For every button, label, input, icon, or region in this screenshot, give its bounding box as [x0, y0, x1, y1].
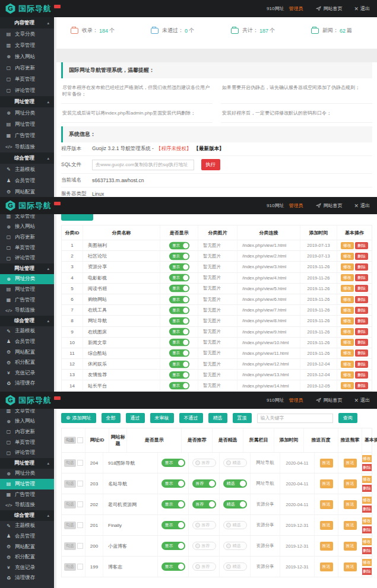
delete-button[interactable]: 删除 — [355, 382, 368, 389]
delete-button[interactable]: 删除 — [355, 339, 368, 346]
delete-button[interactable]: 删除 — [355, 253, 368, 260]
logout-link[interactable]: ✕ 退出 — [354, 202, 370, 209]
sidebar-item[interactable]: ⚙ 网站配置 — [0, 542, 54, 552]
sidebar-item[interactable]: ▢ 内容更新 — [0, 62, 54, 74]
sidebar-item[interactable]: ✎ 主题模板 — [0, 164, 54, 175]
site-home-link[interactable]: 网站首页 — [316, 397, 342, 403]
delete-button[interactable]: 删除 — [355, 361, 368, 368]
logout-link[interactable]: ✕ 退出 — [354, 5, 370, 12]
row-checkbox[interactable] — [77, 501, 83, 507]
sidebar-item[interactable]: </> 导航连接 — [0, 500, 54, 510]
sidebar-item[interactable]: ⚙ 网站配置 — [0, 186, 54, 197]
delete-button[interactable]: 删除 — [355, 296, 368, 303]
sidebar-item[interactable]: 网址管理 ▴ — [0, 458, 54, 469]
site-home-link[interactable]: 网站首页 — [316, 202, 342, 209]
sidebar-item[interactable]: </> 导航连接 — [0, 141, 54, 152]
sidebar-item[interactable]: ⊕ 网址分类 — [0, 469, 54, 479]
delete-button[interactable]: 删除 — [355, 307, 368, 314]
show-toggle[interactable]: 显示 — [169, 349, 189, 357]
delete-button[interactable]: 删除 — [355, 242, 368, 249]
show-toggle[interactable]: 显示 — [161, 562, 185, 571]
edit-button[interactable]: 修改 — [341, 242, 354, 249]
delete-button[interactable]: 删除 — [362, 568, 372, 575]
sidebar-item[interactable]: ▥ 文章管理 — [0, 409, 54, 417]
row-checkbox[interactable] — [77, 481, 83, 487]
admin-role-link[interactable]: 管理员 — [289, 397, 303, 403]
sidebar-item[interactable]: ✎ 主题模板 — [0, 521, 54, 532]
edit-button[interactable]: 修改 — [341, 349, 354, 357]
recommend-toggle[interactable]: 推荐 — [192, 562, 216, 571]
show-toggle[interactable]: 显示 — [161, 479, 185, 488]
push-baidu-button[interactable]: 推送 — [320, 500, 333, 509]
sidebar-item[interactable]: ▥ 文章管理 — [0, 40, 54, 51]
featured-toggle[interactable]: 精选 — [223, 500, 247, 508]
sidebar-item[interactable]: ▦ 广告管理 — [0, 490, 54, 500]
edit-button[interactable]: 修改 — [341, 253, 354, 260]
delete-button[interactable]: 删除 — [355, 328, 368, 335]
push-bear-button[interactable]: 推送 — [344, 459, 357, 468]
search-button[interactable]: 查询 — [338, 413, 357, 423]
edit-button[interactable]: 修改 — [341, 382, 354, 389]
sql-url-input[interactable] — [92, 160, 194, 170]
edit-button[interactable]: 修改 — [362, 455, 372, 462]
show-toggle[interactable]: 显示 — [161, 500, 185, 508]
recommend-toggle[interactable]: 推荐 — [192, 479, 216, 488]
push-baidu-button[interactable]: 推送 — [320, 479, 333, 488]
edit-button[interactable]: 修改 — [362, 538, 372, 545]
sidebar-item[interactable]: ⊕ 接入网站 — [0, 417, 54, 427]
delete-button[interactable]: 删除 — [362, 485, 372, 492]
delete-button[interactable]: 删除 — [355, 371, 368, 379]
sidebar-item[interactable]: 网址管理 ▴ — [0, 263, 54, 274]
sidebar-item[interactable]: ▦ 广告管理 — [0, 295, 54, 306]
delete-button[interactable]: 删除 — [355, 317, 368, 325]
edit-button[interactable]: 修改 — [341, 296, 354, 303]
sidebar-item[interactable]: ▤ 网址管理 — [0, 479, 54, 490]
show-toggle[interactable]: 显示 — [169, 263, 189, 271]
sidebar-item[interactable]: 综合管理 ▴ — [0, 510, 54, 521]
edit-button[interactable]: 修改 — [341, 263, 354, 271]
sidebar-item[interactable]: ♟ 会员管理 — [0, 531, 54, 542]
sidebar-item[interactable]: ♻ 清理缓存 — [0, 573, 54, 584]
keyword-input[interactable] — [257, 414, 333, 423]
show-toggle[interactable]: 显示 — [161, 459, 185, 467]
sidebar-item[interactable]: ▢ 内容更新 — [0, 427, 54, 437]
delete-button[interactable]: 删除 — [355, 349, 368, 357]
row-checkbox[interactable] — [77, 543, 83, 549]
select-button[interactable]: 勾选 — [64, 459, 76, 467]
sidebar-item[interactable]: ▤ 文章分类 — [0, 28, 54, 40]
unauthorized-link[interactable]: 【程序未授权】 — [156, 145, 192, 152]
sidebar-item[interactable]: ▢ 评论管理 — [0, 85, 54, 96]
sidebar-item[interactable]: ▥ 文章管理 — [0, 214, 54, 222]
sidebar-item[interactable]: ⊕ 接入网站 — [0, 222, 54, 233]
sidebar-item[interactable]: ⚙ 网站配置 — [0, 347, 54, 358]
execute-button[interactable]: 执行 — [201, 159, 220, 170]
show-toggle[interactable]: 显示 — [169, 295, 189, 303]
recommend-toggle[interactable]: 推荐 — [192, 459, 216, 467]
edit-button[interactable]: 修改 — [341, 339, 354, 346]
show-toggle[interactable]: 显示 — [169, 274, 189, 282]
sidebar-item[interactable]: ♟ 会员管理 — [0, 175, 54, 186]
sidebar-item[interactable]: ▢ 内容更新 — [0, 232, 54, 243]
show-toggle[interactable]: 显示 — [161, 521, 185, 529]
filter-button[interactable]: 通过 — [126, 413, 145, 423]
sidebar-item[interactable]: </> 导航连接 — [0, 305, 54, 316]
delete-button[interactable]: 删除 — [362, 464, 372, 471]
delete-button[interactable]: 删除 — [362, 547, 372, 554]
sidebar-item[interactable]: ⊕ 接入网站 — [0, 51, 54, 62]
row-checkbox[interactable] — [77, 460, 83, 466]
select-button[interactable]: 勾选 — [64, 501, 76, 508]
add-category-button-partial[interactable] — [61, 214, 93, 221]
delete-button[interactable]: 删除 — [355, 285, 368, 292]
sidebar-item[interactable]: ▤ 网址管理 — [0, 119, 54, 130]
sidebar-item[interactable]: ▢ 单页管理 — [0, 437, 54, 448]
delete-button[interactable]: 删除 — [362, 506, 372, 513]
select-all-button[interactable]: 勾选 — [64, 437, 76, 444]
featured-toggle[interactable]: 精选 — [223, 479, 247, 488]
recommend-toggle[interactable]: 推荐 — [192, 521, 216, 529]
sidebar-item[interactable]: ▢ 单页管理 — [0, 243, 54, 253]
featured-toggle[interactable]: 精选 — [223, 542, 247, 550]
sidebar-item[interactable]: ¥ 充值记录 — [0, 368, 54, 379]
edit-button[interactable]: 修改 — [341, 371, 354, 379]
edit-button[interactable]: 修改 — [341, 317, 354, 325]
featured-toggle[interactable]: 精选 — [223, 562, 247, 571]
